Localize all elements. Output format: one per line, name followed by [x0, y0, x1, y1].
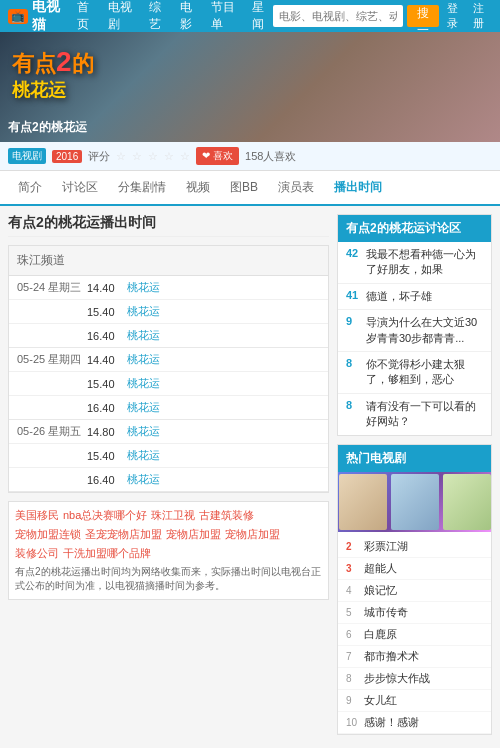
disc-text-3[interactable]: 你不觉得杉小建太狠了，够粗到，恶心 [366, 357, 483, 388]
year-tag: 2016 [52, 150, 82, 163]
sidebar: 有点2的桃花运讨论区 42 我最不想看种德一心为了好朋友，如果 41 德道，坏子… [337, 214, 492, 743]
disc-num-1: 41 [346, 289, 362, 304]
ad-link-7[interactable]: 宠物店加盟 [225, 527, 280, 542]
ad-link-1[interactable]: nba总决赛哪个好 [63, 508, 147, 523]
ad-link-4[interactable]: 宠物加盟连锁 [15, 527, 81, 542]
nav-schedule[interactable]: 节目单 [211, 0, 242, 33]
time-3-3: 16.40 [87, 474, 127, 486]
drama-tag: 电视剧 [8, 148, 46, 164]
main-nav: 首页 电视剧 综艺 电影 节目单 星闻 [77, 0, 272, 33]
time-2-1: 14.40 [87, 354, 127, 366]
ad-link-6[interactable]: 宠物店加盟 [166, 527, 221, 542]
hot-link-8[interactable]: 感谢！感谢 [364, 715, 483, 730]
channel-3-3[interactable]: 桃花运 [127, 472, 160, 487]
header: 📺 电视猫 首页 电视剧 综艺 电影 节目单 星闻 搜一下 登录 注册 [0, 0, 500, 32]
hot-link-7[interactable]: 女儿红 [364, 693, 483, 708]
login-link[interactable]: 登录 [447, 1, 466, 31]
tab-cast[interactable]: 演员表 [268, 171, 324, 204]
disc-text-4[interactable]: 请有没有一下可以看的好网站？ [366, 399, 483, 430]
tab-intro[interactable]: 简介 [8, 171, 52, 204]
fav-button[interactable]: ❤ 喜欢 [196, 147, 239, 165]
sidebar-discussion: 有点2的桃花运讨论区 42 我最不想看种德一心为了好朋友，如果 41 德道，坏子… [337, 214, 492, 436]
hot-num-2: 4 [346, 585, 360, 596]
hot-link-6[interactable]: 步步惊大作战 [364, 671, 483, 686]
nav-variety[interactable]: 综艺 [149, 0, 170, 33]
nav-home[interactable]: 首页 [77, 0, 98, 33]
hot-item-6: 8 步步惊大作战 [338, 668, 491, 690]
nav-star[interactable]: 星闻 [252, 0, 273, 33]
hot-link-4[interactable]: 白鹿原 [364, 627, 483, 642]
hot-link-5[interactable]: 都市撸术术 [364, 649, 483, 664]
discussion-title: 有点2的桃花运讨论区 [338, 215, 491, 242]
tab-imagebb[interactable]: 图BB [220, 171, 268, 204]
disc-num-4: 8 [346, 399, 362, 430]
hot-num-4: 6 [346, 629, 360, 640]
search-button[interactable]: 搜一下 [407, 5, 440, 27]
schedule-group-1: 05-24 星期三 14.40 桃花运 15.40 桃花运 16.40 桃花运 [9, 276, 328, 348]
time-3-1: 14.80 [87, 426, 127, 438]
hot-img-1 [339, 474, 387, 530]
channel-1-2[interactable]: 桃花运 [127, 304, 160, 319]
hot-link-0[interactable]: 彩票江湖 [364, 539, 483, 554]
disc-item-4: 8 请有没有一下可以看的好网站？ [338, 394, 491, 435]
tab-bar: 简介 讨论区 分集剧情 视频 图BB 演员表 播出时间 [0, 171, 500, 206]
channel-3-2[interactable]: 桃花运 [127, 448, 160, 463]
ad-link-8[interactable]: 装修公司 [15, 546, 59, 561]
hot-num-7: 9 [346, 695, 360, 706]
channel-1-1[interactable]: 桃花运 [127, 280, 160, 295]
time-1-1: 14.40 [87, 282, 127, 294]
schedule-table: 珠江频道 05-24 星期三 14.40 桃花运 15.40 桃花运 16.40… [8, 245, 329, 493]
hot-item-0: 2 彩票江湖 [338, 536, 491, 558]
star2: ☆ [132, 150, 142, 163]
schedule-date-row-3: 05-26 星期五 14.80 桃花运 [9, 420, 328, 444]
disc-text-2[interactable]: 导演为什么在大文近30岁青青30步都青青... [366, 315, 483, 346]
tab-episode[interactable]: 分集剧情 [108, 171, 176, 204]
hot-link-3[interactable]: 城市传奇 [364, 605, 483, 620]
channel-1-3[interactable]: 桃花运 [127, 328, 160, 343]
ad-link-2[interactable]: 珠江卫视 [151, 508, 195, 523]
schedule-date-row-1: 05-24 星期三 14.40 桃花运 [9, 276, 328, 300]
tab-video[interactable]: 视频 [176, 171, 220, 204]
nav-movie[interactable]: 电影 [180, 0, 201, 33]
register-link[interactable]: 注册 [473, 1, 492, 31]
time-1-3: 16.40 [87, 330, 127, 342]
disc-item-0: 42 我最不想看种德一心为了好朋友，如果 [338, 242, 491, 284]
hot-num-5: 7 [346, 651, 360, 662]
nav-drama[interactable]: 电视剧 [108, 0, 139, 33]
schedule-header: 珠江频道 [9, 246, 328, 276]
search-area: 搜一下 [273, 5, 440, 27]
ad-links: 美国移民 nba总决赛哪个好 珠江卫视 古建筑装修 宠物加盟连锁 圣宠宠物店加盟… [15, 508, 322, 561]
channel-2-3[interactable]: 桃花运 [127, 400, 160, 415]
tab-airtime[interactable]: 播出时间 [324, 171, 392, 206]
hot-item-4: 6 白鹿原 [338, 624, 491, 646]
schedule-row-3-3: 16.40 桃花运 [9, 468, 328, 491]
star1: ☆ [116, 150, 126, 163]
disc-num-2: 9 [346, 315, 362, 346]
hot-num-8: 10 [346, 717, 360, 728]
star5: ☆ [180, 150, 190, 163]
ad-desc: 有点2的桃花运播出时间均为网络收集而来，实际播出时间以电视台正式公布的时间为准，… [15, 565, 322, 593]
schedule-group-2: 05-25 星期四 14.40 桃花运 15.40 桃花运 16.40 桃花运 [9, 348, 328, 420]
channel-2-1[interactable]: 桃花运 [127, 352, 160, 367]
tab-discussion[interactable]: 讨论区 [52, 171, 108, 204]
ad-link-5[interactable]: 圣宠宠物店加盟 [85, 527, 162, 542]
hot-num-0: 2 [346, 541, 360, 552]
ad-link-9[interactable]: 干洗加盟哪个品牌 [63, 546, 151, 561]
disc-text-1[interactable]: 德道，坏子雄 [366, 289, 432, 304]
disc-text-0[interactable]: 我最不想看种德一心为了好朋友，如果 [366, 247, 483, 278]
ad-link-3[interactable]: 古建筑装修 [199, 508, 254, 523]
hero-subtitle-art: 桃花运 [12, 78, 94, 102]
disc-item-3: 8 你不觉得杉小建太狠了，够粗到，恶心 [338, 352, 491, 394]
date-2: 05-25 星期四 [17, 352, 87, 367]
channel-2-2[interactable]: 桃花运 [127, 376, 160, 391]
main-content: 有点2的桃花运播出时间 珠江频道 05-24 星期三 14.40 桃花运 15.… [0, 206, 500, 748]
channel-3-1[interactable]: 桃花运 [127, 424, 160, 439]
ad-link-0[interactable]: 美国移民 [15, 508, 59, 523]
ad-banner: 美国移民 nba总决赛哪个好 珠江卫视 古建筑装修 宠物加盟连锁 圣宠宠物店加盟… [8, 501, 329, 600]
hot-link-1[interactable]: 超能人 [364, 561, 483, 576]
hot-item-5: 7 都市撸术术 [338, 646, 491, 668]
disc-item-1: 41 德道，坏子雄 [338, 284, 491, 310]
schedule-row-2-3: 16.40 桃花运 [9, 396, 328, 419]
hot-link-2[interactable]: 娘记忆 [364, 583, 483, 598]
search-input[interactable] [273, 5, 403, 27]
